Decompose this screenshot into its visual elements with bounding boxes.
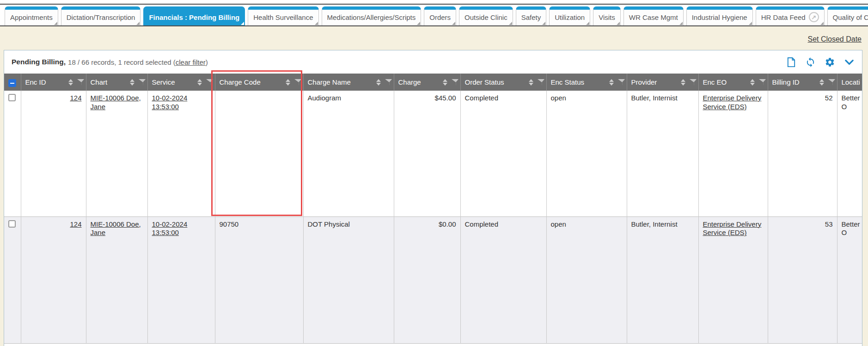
cell-enc-status: open — [546, 216, 627, 343]
column-header-billing-id[interactable]: Billing ID — [768, 74, 837, 91]
cell-service: 10-02-2024 13:53:00 — [147, 216, 215, 343]
sort-icon[interactable] — [68, 79, 73, 86]
collapse-chevron-icon[interactable] — [844, 57, 855, 68]
enc-id-link[interactable]: 124 — [70, 94, 81, 102]
filter-funnel-icon[interactable] — [294, 79, 301, 86]
filter-funnel-icon[interactable] — [206, 79, 213, 86]
refresh-icon[interactable] — [805, 57, 816, 68]
grid-toolbar: Pending Billing, 18 / 66 records, 1 reco… — [4, 50, 862, 74]
set-closed-date-link[interactable]: Set Closed Date — [807, 35, 862, 43]
cell-enc-id: 124 — [21, 91, 86, 216]
tab-dictation-transcription[interactable]: Dictation/Transcription — [61, 6, 141, 25]
tab-label: Outside Clinic — [465, 13, 507, 21]
records-summary-close: ) — [206, 58, 208, 66]
tab-label: Dictation/Transcription — [67, 13, 135, 21]
tab-outside-clinic[interactable]: Outside Clinic — [459, 6, 513, 25]
filter-funnel-icon[interactable] — [759, 79, 766, 86]
cell-charge-code — [215, 91, 303, 216]
row-select-cell — [4, 91, 21, 216]
column-label: Charge — [398, 78, 441, 86]
service-date-link[interactable]: 10-02-2024 13:53:00 — [152, 94, 188, 111]
cell-service: 10-02-2024 13:53:00 — [147, 91, 215, 216]
cell-provider: Butler, Internist — [627, 91, 698, 216]
column-header-charge-name[interactable]: Charge Name — [303, 74, 394, 91]
column-header-service[interactable]: Service — [147, 74, 215, 91]
row-checkbox[interactable] — [8, 220, 16, 228]
tab-label: Quality of Care — [833, 13, 868, 21]
tab-hr-data-feed[interactable]: HR Data Feed ↗ — [756, 6, 825, 25]
enc-eo-link[interactable]: Enterprise Delivery Service (EDS) — [703, 220, 762, 237]
cell-charge-code: 90750 — [215, 216, 303, 343]
tab-label: Visits — [599, 13, 615, 21]
settings-gear-icon[interactable] — [825, 57, 835, 68]
clear-filter-link[interactable]: clear filter — [176, 58, 206, 66]
tab-safety[interactable]: Safety — [516, 6, 547, 25]
column-header-chart[interactable]: Chart — [86, 74, 147, 91]
column-header-provider[interactable]: Provider — [627, 74, 698, 91]
sort-icon[interactable] — [681, 79, 685, 86]
cell-charge: $0.00 — [394, 216, 460, 343]
filter-funnel-icon[interactable] — [538, 79, 544, 86]
sort-icon[interactable] — [286, 79, 290, 86]
sort-icon[interactable] — [443, 79, 447, 86]
tab-label: Safety — [521, 13, 541, 21]
chart-link[interactable]: MIE-10006 Doe, Jane — [91, 94, 141, 111]
sort-icon[interactable] — [197, 79, 202, 86]
column-header-charge-code[interactable]: Charge Code — [215, 74, 303, 91]
sort-icon[interactable] — [609, 79, 614, 86]
tab-label: Industrial Hygiene — [692, 13, 747, 21]
tab-utilization[interactable]: Utilization — [549, 6, 590, 25]
tab-industrial-hygiene[interactable]: Industrial Hygiene — [686, 6, 753, 25]
column-header-order-status[interactable]: Order Status — [460, 74, 546, 91]
cell-billing-id: 53 — [768, 216, 837, 343]
filter-funnel-icon[interactable] — [828, 79, 835, 86]
column-header-location[interactable]: Location — [837, 74, 862, 91]
empty-row-area — [4, 343, 862, 346]
column-header-charge[interactable]: Charge — [394, 74, 460, 91]
filter-funnel-icon[interactable] — [139, 79, 146, 86]
column-header-enc-status[interactable]: Enc Status — [546, 74, 627, 91]
filter-funnel-icon[interactable] — [452, 79, 458, 86]
sort-icon[interactable] — [819, 79, 824, 86]
tab-orders[interactable]: Orders — [424, 6, 456, 25]
tab-medications-allergies-scripts[interactable]: Medications/Allergies/Scripts — [322, 6, 422, 25]
sort-icon[interactable] — [750, 79, 755, 86]
cell-order-status: Completed — [460, 91, 546, 216]
table-row: 124 MIE-10006 Doe, Jane 10-02-2024 13:53… — [4, 91, 862, 216]
filter-funnel-icon[interactable] — [77, 79, 84, 86]
page-background-band — [0, 26, 868, 50]
table-header-row: Enc ID Chart Service Charge Code Charge … — [4, 74, 862, 91]
select-all-checkbox[interactable] — [8, 79, 16, 87]
column-label: Billing ID — [772, 78, 818, 86]
tab-wr-case-mgmt[interactable]: WR Case Mgmt — [623, 6, 684, 25]
cell-enc-status: open — [546, 91, 627, 216]
tab-label: HR Data Feed — [761, 13, 806, 21]
tab-visits[interactable]: Visits — [593, 6, 621, 25]
new-document-icon[interactable] — [786, 57, 796, 68]
column-label: Enc ID — [25, 78, 67, 86]
tab-quality-of-care[interactable]: Quality of Care — [827, 6, 868, 25]
column-header-enc-id[interactable]: Enc ID — [21, 74, 86, 91]
filter-funnel-icon[interactable] — [690, 79, 697, 86]
tab-appointments[interactable]: Appointments — [5, 6, 58, 25]
enc-eo-link[interactable]: Enterprise Delivery Service (EDS) — [703, 94, 762, 111]
tab-health-surveillance[interactable]: Health Surveillance — [248, 6, 318, 25]
sort-icon[interactable] — [376, 79, 381, 86]
enc-id-link[interactable]: 124 — [70, 220, 81, 228]
chart-link[interactable]: MIE-10006 Doe, Jane — [91, 220, 141, 237]
service-date-link[interactable]: 10-02-2024 13:53:00 — [152, 220, 188, 237]
filter-funnel-icon[interactable] — [618, 79, 625, 86]
column-label: Enc EO — [703, 78, 748, 86]
cell-provider: Butler, Internist — [627, 216, 698, 343]
pending-billing-panel: Pending Billing, 18 / 66 records, 1 reco… — [4, 50, 862, 346]
column-label: Chart — [91, 78, 128, 86]
filter-funnel-icon[interactable] — [385, 79, 392, 86]
cell-enc-eo: Enterprise Delivery Service (EDS) — [698, 216, 768, 343]
sort-icon[interactable] — [130, 79, 134, 86]
sort-icon[interactable] — [529, 79, 533, 86]
tab-financials-pending-billing[interactable]: Financials : Pending Billing — [143, 6, 245, 25]
row-checkbox[interactable] — [8, 94, 16, 101]
tab-label: Appointments — [10, 13, 53, 21]
tab-label: WR Case Mgmt — [629, 13, 678, 21]
column-header-enc-eo[interactable]: Enc EO — [698, 74, 768, 91]
